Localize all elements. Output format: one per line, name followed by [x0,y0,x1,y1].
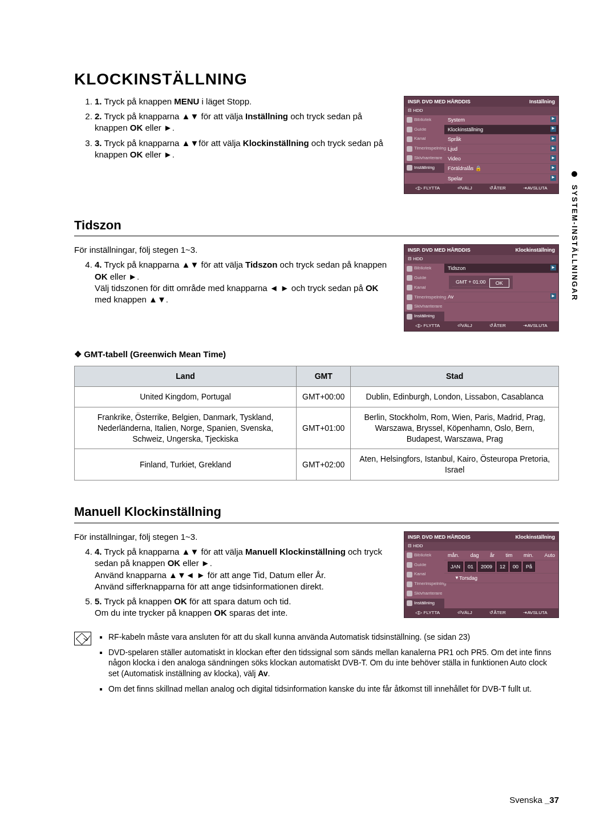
osd-menu-item: Språk► [444,135,558,144]
manuell-intro: För inställningar, följ stegen 1~3. [74,531,392,543]
step-3: 3. Tryck på knapparna ▲▼för att välja Kl… [95,138,392,161]
gmt-table: Land GMT Stad United Kingdom, PortugalGM… [74,366,559,480]
step-1: 1. Tryck på knappen MENU i läget Stopp. [95,96,392,107]
tidszon-intro: För inställningar, följ stegen 1~3. [74,244,392,256]
manuell-steps: 4. Tryck på knapparna ▲▼ för att välja M… [74,546,392,619]
manuell-heading: Manuell Klockinställning [74,503,559,523]
tidszon-steps: 4. Tryck på knapparna ▲▼ för att välja T… [74,259,392,305]
osd-manuell: INSP. DVD MED HÅRDDISKlockinställning ⊟ … [404,531,559,619]
tidszon-step-4: 4. Tryck på knapparna ▲▼ för att välja T… [95,259,392,305]
tidszon-heading: Tidszon [74,217,559,237]
osd-side-item: Inställning [404,163,444,173]
table-row: Finland, Turkiet, GreklandGMT+02:00Aten,… [75,449,559,480]
osd-menu-item: Ljud► [444,144,558,154]
note-item: Om det finns skillnad mellan analog och … [108,684,559,694]
step-2: 2. Tryck på knapparna ▲▼ för att välja I… [95,111,392,134]
osd-menu-item: Video► [444,154,558,164]
manuell-step-4: 4. Tryck på knapparna ▲▼ för att välja M… [95,546,392,592]
osd-menu-item: Spelar► [444,174,558,184]
section-tab: SYSTEM-INSTÄLLNINGAR [569,171,579,301]
note-item: DVD-spelaren ställer automatiskt in kloc… [108,647,559,680]
osd-side-item: Kanal [404,134,444,144]
osd-side-item: Guide [404,125,444,135]
osd-menu-item: Klockinställning► [444,125,558,135]
note-item: RF-kabeln måste vara ansluten för att du… [108,632,559,643]
osd-settings-menu: INSP. DVD MED HÅRDDISInställning ⊟ HDD B… [404,96,559,194]
gmt-table-title: ❖ GMT-tabell (Greenwich Mean Time) [74,349,559,360]
osd-side-item: Bibliotek [404,115,444,125]
gmt-th-land: Land [75,366,297,386]
page-title: KLOCKINSTÄLLNING [74,68,559,90]
steps-top: 1. Tryck på knappen MENU i läget Stopp. … [74,96,392,160]
osd-menu-item: Föräldralås 🔒► [444,164,558,173]
note-icon [74,632,91,645]
osd-side-item: Timerinspelning [404,144,444,154]
page-footer: Svenska _37 [509,794,559,806]
notes-block: RF-kabeln måste vara ansluten för att du… [74,632,559,699]
section-tab-text: SYSTEM-INSTÄLLNINGAR [570,185,579,301]
table-row: United Kingdom, PortugalGMT+00:00Dublin,… [75,386,559,407]
gmt-th-gmt: GMT [297,366,351,386]
osd-side-item: Skivhanterare [404,154,444,163]
manuell-step-5: 5. Tryck på knappen OK för att spara dat… [95,596,392,619]
gmt-th-stad: Stad [351,366,559,386]
table-row: Frankrike, Österrike, Belgien, Danmark, … [75,407,559,449]
tab-dot-icon [572,171,577,177]
osd-menu-item: System► [444,115,558,125]
osd-tidszon: INSP. DVD MED HÅRDDISKlockinställning ⊟ … [404,244,559,332]
